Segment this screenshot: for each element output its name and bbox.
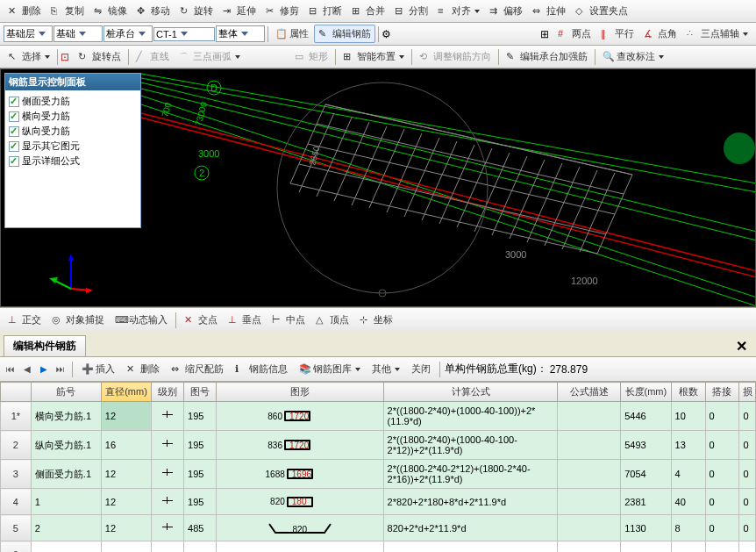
cell-loss[interactable]: 0 [739,515,756,541]
cell-code[interactable]: 195 [184,431,217,460]
cell-len[interactable]: 5493 [621,431,671,460]
props-button[interactable]: 📋属性 [271,25,313,43]
offset-button[interactable]: ⇉偏移 [485,2,527,20]
cell-lap[interactable]: 0 [705,489,739,515]
cell-cnt[interactable]: 8 [671,515,705,541]
cell-formula[interactable]: 2*((1800-2*40)+(1000-40-100-2*12))+2*(11… [383,431,558,460]
cell-desc[interactable] [558,460,621,489]
delete-row-button[interactable]: ✕删除 [122,360,164,378]
cell-formula[interactable]: 820+2*d+2*11.9*d [383,515,558,541]
checkbox-other[interactable] [9,141,19,152]
viewport[interactable]: 钢筋显示控制面板 侧面受力筋 横向受力筋 纵向受力筋 显示其它图元 显示详细公式 [0,68,756,307]
cell-loss[interactable]: 0 [739,460,756,489]
cell-name[interactable]: 2 [31,515,101,541]
table-row[interactable]: 1*横向受力筋.11219586017202*((1800-2*40)+(100… [1,402,756,431]
check-button[interactable]: 🔍查改标注 [598,47,668,66]
osnap-toggle[interactable]: ◎对象捕捉 [47,311,109,329]
cell-desc[interactable] [558,489,621,515]
cell-grade[interactable] [152,515,184,541]
nav-prev[interactable]: ◀ [20,362,34,376]
cell-cnt[interactable]: 4 [671,460,705,489]
merge-button[interactable]: ⊞合并 [347,2,389,20]
apex-toggle[interactable]: △顶点 [311,311,353,329]
cell-len[interactable]: 2381 [621,489,671,515]
rect-button[interactable]: ▭矩形 [290,47,332,66]
cell-loss[interactable]: 0 [739,431,756,460]
cell-dia[interactable]: 12 [101,515,151,541]
cell-shape[interactable]: 16881696 [216,460,383,489]
col-lap[interactable]: 搭接 [705,383,739,402]
cell-name[interactable]: 纵向受力筋.1 [31,431,101,460]
cell-lap[interactable]: 0 [705,515,739,541]
copy-button[interactable]: ⎘复制 [46,2,89,20]
insert-button[interactable]: ➕插入 [77,360,119,378]
close-btn[interactable]: 关闭 [407,360,435,378]
cell-formula[interactable]: 2*((1800-2*40)+(1000-40-100))+2*(11.9*d) [383,402,558,431]
dyn-toggle[interactable]: ⌨动态输入 [111,311,172,329]
cell-code[interactable]: 195 [184,489,217,515]
adjust-button[interactable]: ⟲调整钢筋方向 [415,47,496,66]
col-name[interactable]: 筋号 [31,383,101,402]
align-button[interactable]: ≡对齐 [433,2,484,20]
rotpt-button[interactable]: ↻旋转点 [74,47,125,66]
mirror-button[interactable]: ⇋镜像 [89,2,132,20]
col-len[interactable]: 长度(mm) [621,383,671,402]
cell-desc[interactable] [558,515,621,541]
line-button[interactable]: ╱直线 [132,47,174,66]
cell-name[interactable]: 横向受力筋.1 [31,402,101,431]
checkbox-vert[interactable] [9,126,19,137]
target-icon[interactable]: ⊡ [61,51,73,63]
item-dropdown[interactable]: CT-1 [153,27,215,41]
cell-shape[interactable]: 8601720 [216,402,383,431]
mid-toggle[interactable]: ⊢中点 [267,311,310,329]
col-shape[interactable]: 图形 [216,383,383,402]
lib-button[interactable]: 📚钢筋图库 [295,360,365,378]
checkbox-horiz[interactable] [9,111,19,122]
smart-button[interactable]: ⊞智能布置 [339,47,409,66]
trim-button[interactable]: ✂修剪 [261,2,303,20]
cell-formula[interactable]: 2*820+2*180+8*d+2*11.9*d [383,489,558,515]
cell-shape[interactable]: 820180 [216,489,383,515]
cell-grade[interactable] [152,402,184,431]
cell-cnt[interactable]: 40 [671,489,705,515]
col-grade[interactable]: 级别 [152,383,184,402]
col-desc[interactable]: 公式描述 [558,383,621,402]
gear-icon[interactable]: ⚙ [382,28,394,40]
cell-lap[interactable]: 0 [705,402,739,431]
cell-len[interactable]: 5446 [621,402,671,431]
table-row[interactable]: 3侧面受力筋.112195168816962*((1800-2*40-2*12)… [1,460,756,489]
scale-button[interactable]: ⇔缩尺配筋 [167,360,228,378]
cell-formula[interactable]: 2*((1800-2*40-2*12)+(1800-2*40-2*16))+2*… [383,460,558,489]
cell-cnt[interactable]: 10 [671,402,705,431]
nav-next[interactable]: ▶ [37,362,51,376]
layer3-dropdown[interactable]: 桩承台 [103,25,153,42]
layer1-dropdown[interactable]: 基础层 [4,25,53,42]
break-button[interactable]: ⊟打断 [304,2,346,20]
twopt-button[interactable]: #两点 [553,25,596,43]
cell-lap[interactable]: 0 [705,460,739,489]
cell-dia[interactable]: 12 [101,460,151,489]
cell-dia[interactable]: 12 [101,489,151,515]
cell-name[interactable]: 侧面受力筋.1 [31,460,101,489]
cell-desc[interactable] [558,431,621,460]
setgrip-button[interactable]: ◇设置夹点 [571,2,632,20]
nav-first[interactable]: ⏮ [4,362,18,376]
coord-toggle[interactable]: ⊹坐标 [355,311,397,329]
cell-name[interactable]: 1 [31,489,101,515]
delete-button[interactable]: ✕删除 [4,2,46,20]
stretch-button[interactable]: ⇔拉伸 [528,2,570,20]
tab-editbar[interactable]: 编辑构件钢筋 [4,335,86,356]
cell-loss[interactable]: 0 [739,402,756,431]
cell-lap[interactable]: 0 [705,431,739,460]
col-blank[interactable] [1,383,32,402]
ortho-toggle[interactable]: ⊥正交 [4,311,46,329]
col-dia[interactable]: 直径(mm) [101,383,151,402]
parallel-button[interactable]: ‖平行 [596,25,638,43]
cell-grade[interactable] [152,489,184,515]
editcap-button[interactable]: ✎编辑承台加强筋 [502,47,592,66]
table-row[interactable]: 2纵向受力筋.11619583617202*((1800-2*40)+(1000… [1,431,756,460]
checkbox-formula[interactable] [9,156,19,167]
extend-button[interactable]: ⇥延伸 [218,2,260,20]
col-cnt[interactable]: 根数 [671,383,705,402]
arc3-button[interactable]: ⌒三点画弧 [175,47,245,66]
